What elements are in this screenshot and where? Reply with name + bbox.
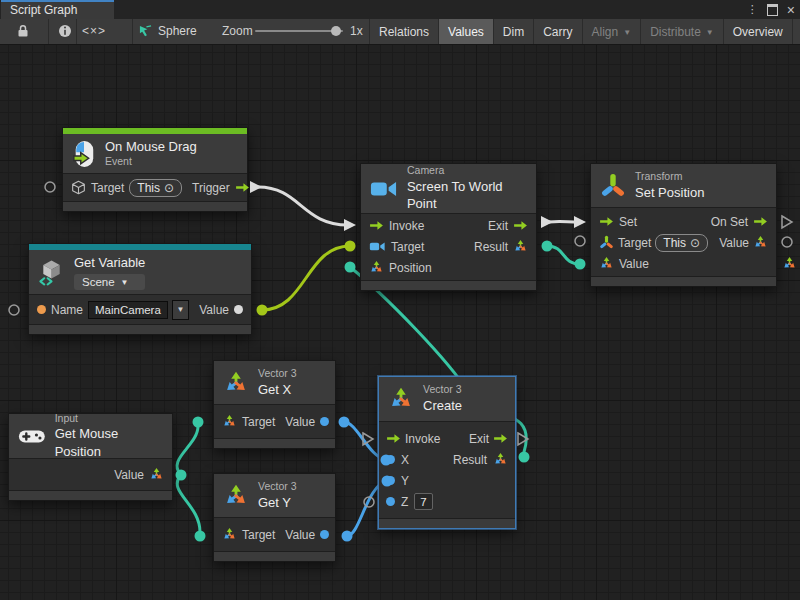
cube-icon [71, 180, 86, 195]
vector3-icon[interactable] [369, 260, 384, 275]
node-header: On Mouse Drag Event [63, 134, 247, 174]
node-set-position[interactable]: Transform Set Position Set On Set Target… [590, 163, 777, 287]
context-label: Sphere [158, 24, 197, 38]
mouse-drag-icon [72, 140, 96, 168]
relations-toggle[interactable]: Relations [369, 19, 438, 44]
port-label-y: Y [401, 474, 409, 488]
camera-icon[interactable] [369, 241, 386, 252]
tab-strip: Script Graph ⋮ × [0, 0, 800, 19]
node-header: Input Get Mouse Position [9, 414, 172, 459]
port-value-dot[interactable] [320, 417, 329, 426]
node-category: Input [55, 412, 163, 426]
variable-name-field[interactable]: MainCamera [88, 301, 168, 319]
flow-arrow-icon[interactable] [493, 433, 508, 444]
flow-arrow-icon[interactable] [753, 216, 768, 227]
variable-icon [38, 259, 65, 286]
node-category: Vector 3 [423, 383, 462, 397]
values-toggle[interactable]: Values [438, 19, 493, 44]
vector3-icon[interactable] [753, 235, 768, 250]
maximize-icon[interactable] [767, 4, 778, 16]
node-title: Set Position [635, 184, 704, 202]
zoom-value: 1x [350, 19, 363, 43]
node-get-mouse-position[interactable]: Input Get Mouse Position Value [8, 413, 173, 501]
z-value: 7 [420, 496, 426, 508]
object-picker-icon[interactable]: ⊙ [690, 237, 700, 249]
close-icon[interactable]: × [787, 5, 795, 15]
vector3-icon[interactable] [222, 527, 237, 542]
port-label-name: Name [51, 303, 83, 317]
port-label-result: Result [453, 453, 487, 467]
camera-icon [370, 179, 398, 199]
node-get-y[interactable]: Vector 3 Get Y Target Value [213, 473, 336, 562]
variable-name-dropdown[interactable]: ▼ [172, 300, 189, 320]
node-header: Vector 3 Create [379, 377, 515, 422]
port-label-exit: Exit [488, 219, 508, 233]
vector3-icon[interactable] [222, 414, 237, 429]
port-name-dot[interactable] [37, 305, 46, 314]
node-header: Vector 3 Get Y [214, 474, 335, 518]
transform-icon[interactable] [599, 235, 614, 250]
scope-label: Scene [82, 276, 115, 288]
vector3-icon[interactable] [493, 452, 508, 467]
overview-button[interactable]: Overview [723, 19, 792, 44]
port-label-target: Target [618, 236, 651, 250]
port-z-dot[interactable] [386, 497, 395, 506]
window-menu-icon[interactable]: ⋮ [747, 3, 758, 16]
vector3-icon[interactable] [599, 256, 614, 271]
info-icon [58, 24, 72, 38]
fullscreen-button[interactable]: Full Screen [792, 19, 800, 44]
port-label-on-set: On Set [711, 215, 748, 229]
flow-arrow-icon[interactable] [513, 220, 528, 231]
node-footer [214, 551, 335, 561]
flow-arrow-icon[interactable] [235, 182, 250, 193]
flow-arrow-icon[interactable] [386, 433, 401, 444]
chip-label: This [137, 181, 160, 195]
target-self-chip[interactable]: This ⊙ [655, 234, 708, 252]
align-menu[interactable]: Align ▼ [582, 19, 641, 44]
node-header: Camera Screen To World Point [361, 164, 536, 214]
port-label-z: Z [401, 495, 408, 509]
chevron-down-icon: ▼ [121, 278, 129, 287]
lock-button[interactable] [16, 19, 30, 43]
vector3-icon [223, 370, 249, 396]
zoom-slider-handle[interactable] [331, 26, 341, 36]
port-x-dot[interactable] [386, 455, 395, 464]
flow-arrow-icon[interactable] [369, 220, 384, 231]
vector3-icon[interactable] [149, 467, 164, 482]
object-picker-icon[interactable]: ⊙ [164, 182, 174, 194]
node-title: Screen To World Point [407, 178, 527, 213]
node-get-variable[interactable]: Get Variable Scene ▼ Name MainCamera ▼ V… [28, 243, 252, 335]
port-y-dot[interactable] [386, 476, 395, 485]
graph-context[interactable]: Sphere [139, 19, 197, 43]
port-label-target: Target [242, 528, 275, 542]
port-label-trigger: Trigger [192, 181, 230, 195]
carry-toggle[interactable]: Carry [533, 19, 581, 44]
node-category: Camera [407, 164, 527, 178]
tab-script-graph[interactable]: Script Graph [1, 0, 114, 19]
graph-pointer-icon [139, 25, 152, 38]
port-label-invoke: Invoke [389, 219, 424, 233]
node-on-mouse-drag[interactable]: On Mouse Drag Event Target This ⊙ Trigge… [62, 127, 248, 212]
node-header: Vector 3 Get X [214, 361, 335, 405]
target-self-chip[interactable]: This ⊙ [129, 179, 182, 197]
node-screen-to-world-point[interactable]: Camera Screen To World Point Invoke Exit… [360, 163, 537, 291]
node-vector3-create[interactable]: Vector 3 Create Invoke Exit X Result Y Z [378, 376, 516, 529]
gamepad-icon [18, 427, 46, 446]
z-value-input[interactable]: 7 [414, 493, 432, 510]
dim-toggle[interactable]: Dim [493, 19, 533, 44]
flow-arrow-icon[interactable] [599, 216, 614, 227]
port-value-dot[interactable] [234, 305, 243, 314]
port-label-target: Target [242, 415, 275, 429]
zoom-slider-track[interactable] [255, 30, 343, 32]
zoom-slider[interactable] [255, 19, 343, 43]
port-label-exit: Exit [469, 432, 489, 446]
transform-icon [600, 173, 626, 199]
node-get-x[interactable]: Vector 3 Get X Target Value [213, 360, 336, 449]
variable-scope-dropdown[interactable]: Scene ▼ [74, 274, 145, 290]
code-preview-button[interactable]: <×> [82, 19, 106, 43]
vector3-icon[interactable] [513, 239, 528, 254]
port-value-dot[interactable] [320, 530, 329, 539]
port-label-value: Value [285, 528, 315, 542]
inspect-button[interactable] [58, 19, 72, 43]
distribute-menu[interactable]: Distribute ▼ [640, 19, 723, 44]
